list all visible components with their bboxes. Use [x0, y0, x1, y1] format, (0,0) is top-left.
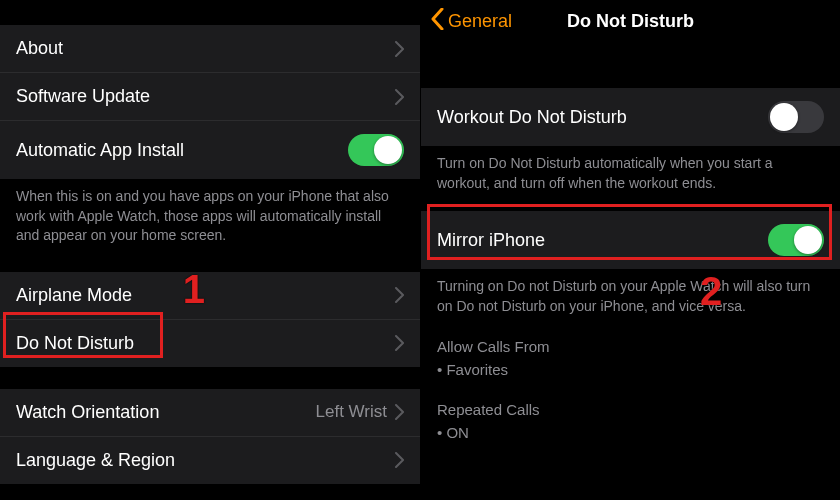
auto-install-footer: When this is on and you have apps on you… — [0, 179, 420, 250]
row-mirror-iphone[interactable]: Mirror iPhone — [421, 211, 840, 269]
row-airplane-mode[interactable]: Airplane Mode — [0, 272, 420, 320]
row-dnd-label: Do Not Disturb — [16, 333, 134, 354]
back-label: General — [448, 11, 512, 32]
nav-header: General Do Not Disturb — [421, 0, 840, 46]
row-watch-orientation-value: Left Wrist — [316, 402, 387, 422]
row-mirror-iphone-label: Mirror iPhone — [437, 230, 545, 251]
chevron-right-icon — [395, 89, 404, 105]
chevron-right-icon — [395, 335, 404, 351]
row-software-update-label: Software Update — [16, 86, 150, 107]
mirror-iphone-footer: Turning on Do not Disturb on your Apple … — [421, 269, 840, 320]
toggle-knob — [770, 103, 798, 131]
toggle-mirror-iphone[interactable] — [768, 224, 824, 256]
repeated-calls-value: • ON — [437, 422, 824, 445]
row-watch-orientation[interactable]: Watch Orientation Left Wrist — [0, 389, 420, 437]
row-language-region[interactable]: Language & Region — [0, 437, 420, 484]
workout-dnd-footer: Turn on Do Not Disturb automatically whe… — [421, 146, 840, 197]
allow-calls-value: • Favorites — [437, 359, 824, 382]
row-airplane-label: Airplane Mode — [16, 285, 132, 306]
row-do-not-disturb[interactable]: Do Not Disturb — [0, 320, 420, 367]
row-automatic-app-install[interactable]: Automatic App Install — [0, 121, 420, 179]
chevron-right-icon — [395, 41, 404, 57]
repeated-calls-heading: Repeated Calls — [437, 399, 824, 422]
row-software-update[interactable]: Software Update — [0, 73, 420, 121]
row-watch-orientation-label: Watch Orientation — [16, 402, 159, 423]
settings-general-pane: About Software Update Automatic App Inst… — [0, 0, 420, 500]
row-about[interactable]: About — [0, 25, 420, 73]
row-auto-install-label: Automatic App Install — [16, 140, 184, 161]
toggle-automatic-app-install[interactable] — [348, 134, 404, 166]
row-workout-dnd-label: Workout Do Not Disturb — [437, 107, 627, 128]
row-workout-dnd[interactable]: Workout Do Not Disturb — [421, 88, 840, 146]
toggle-knob — [374, 136, 402, 164]
toggle-knob — [794, 226, 822, 254]
chevron-right-icon — [395, 404, 404, 420]
row-about-label: About — [16, 38, 63, 59]
chevron-right-icon — [395, 287, 404, 303]
chevron-right-icon — [395, 452, 404, 468]
do-not-disturb-pane: General Do Not Disturb Workout Do Not Di… — [420, 0, 840, 500]
chevron-left-icon — [431, 8, 444, 34]
toggle-workout-dnd[interactable] — [768, 101, 824, 133]
row-language-region-label: Language & Region — [16, 450, 175, 471]
back-button[interactable]: General — [431, 8, 512, 34]
allow-calls-heading: Allow Calls From — [437, 336, 824, 359]
